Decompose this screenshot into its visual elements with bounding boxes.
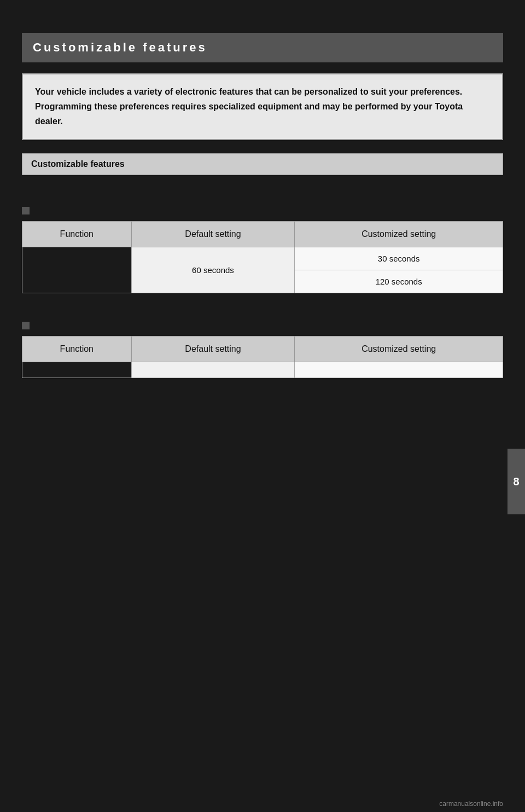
table1: Function Default setting Customized sett… bbox=[22, 221, 503, 293]
main-content: Customizable features Your vehicle inclu… bbox=[22, 0, 503, 378]
table1-data-row: 60 seconds 30 seconds 120 seconds bbox=[22, 247, 503, 293]
page-title-bar: Customizable features bbox=[22, 33, 503, 62]
table2-col-default: Default setting bbox=[131, 336, 295, 362]
watermark: carmanualsonline.info bbox=[439, 800, 503, 808]
sub-option-120: 120 seconds bbox=[295, 270, 503, 293]
section-header-text: Customizable features bbox=[31, 159, 125, 169]
watermark-text: carmanualsonline.info bbox=[439, 800, 503, 808]
table1-col-function: Function bbox=[22, 221, 132, 247]
table1-function-cell bbox=[22, 247, 132, 293]
page-title: Customizable features bbox=[33, 40, 207, 54]
intro-box: Your vehicle includes a variety of elect… bbox=[22, 73, 503, 140]
table2-custom-cell bbox=[295, 362, 503, 378]
section1-bullet bbox=[22, 207, 30, 214]
table1-default-cell: 60 seconds bbox=[131, 247, 295, 293]
table1-col-customized: Customized setting bbox=[295, 221, 503, 247]
section-header-bar: Customizable features bbox=[22, 153, 503, 175]
right-sidebar-tab: 8 bbox=[508, 449, 525, 514]
sidebar-number: 8 bbox=[513, 475, 519, 488]
table2-col-function: Function bbox=[22, 336, 132, 362]
section2-bullet bbox=[22, 322, 30, 329]
table2-col-customized: Customized setting bbox=[295, 336, 503, 362]
sub-option-30: 30 seconds bbox=[295, 247, 503, 270]
table1-col-default: Default setting bbox=[131, 221, 295, 247]
table2: Function Default setting Customized sett… bbox=[22, 336, 503, 378]
table2-data-row bbox=[22, 362, 503, 378]
table1-custom-cell: 30 seconds 120 seconds bbox=[295, 247, 503, 293]
intro-text: Your vehicle includes a variety of elect… bbox=[35, 84, 490, 129]
table2-default-cell bbox=[131, 362, 295, 378]
table2-function-cell bbox=[22, 362, 132, 378]
page-container: Customizable features Your vehicle inclu… bbox=[0, 0, 525, 812]
